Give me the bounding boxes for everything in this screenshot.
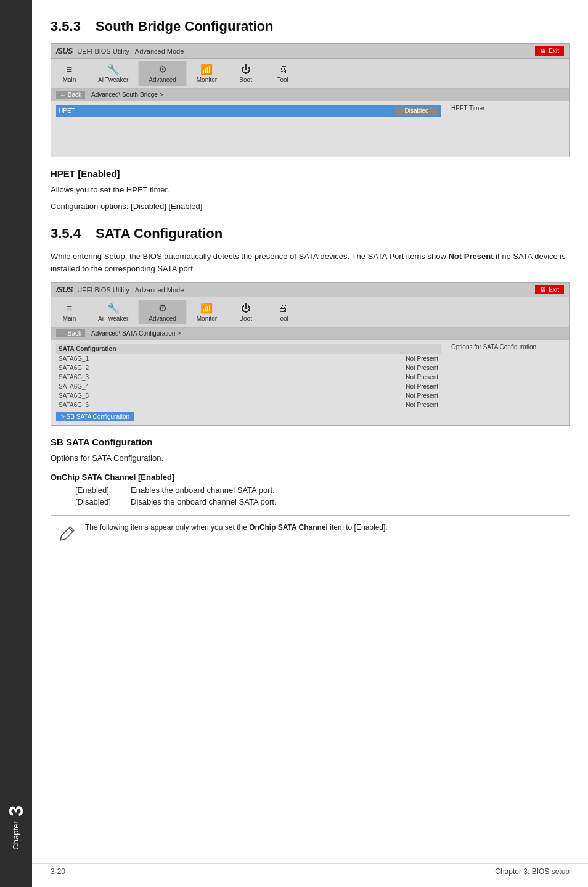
- bios-breadcrumb-354: ← Back Advanced\ SATA Configuration >: [51, 328, 569, 340]
- tool-nav-icon-354: 🖨: [278, 303, 288, 314]
- bios-content-354: SATA Configuration SATA6G_1 Not Present …: [51, 340, 569, 425]
- bios-ui-354: /SUS UEFI BIOS Utility - Advanced Mode 🖥…: [51, 282, 570, 426]
- sata-port-5: SATA6G_5 Not Present: [56, 391, 441, 400]
- bios-title-text-353: UEFI BIOS Utility - Advanced Mode: [77, 47, 184, 55]
- bios-exit-btn-353[interactable]: 🖥 Exit: [535, 46, 564, 56]
- note-box: The following items appear only when you…: [51, 515, 570, 556]
- section-353-heading: 3.5.3 South Bridge Configuration: [51, 19, 570, 35]
- onchip-options: [Enabled] Enables the onboard channel SA…: [75, 485, 570, 506]
- option-disabled: [Disabled] Disables the onboard channel …: [75, 497, 570, 506]
- bios-nav-aitweaker-354[interactable]: 🔧 Ai Tweaker: [88, 300, 139, 324]
- bios-nav-354: ≡ Main 🔧 Ai Tweaker ⚙ Advanced 📶 Monitor…: [51, 297, 569, 328]
- sata-section-header: SATA Configuration: [56, 344, 441, 354]
- sb-sata-config-btn[interactable]: > SB SATA Configuration: [56, 412, 134, 421]
- sata-port-3: SATA6G_3 Not Present: [56, 373, 441, 382]
- section-354-heading: 3.5.4 SATA Configuration: [51, 226, 570, 242]
- sata-port-1: SATA6G_1 Not Present: [56, 354, 441, 363]
- bios-back-btn-354[interactable]: ← Back: [56, 329, 85, 337]
- not-present-bold: Not Present: [449, 252, 494, 261]
- bios-left-panel-353: HPET Disabled: [51, 101, 446, 157]
- page-footer: 3-20 Chapter 3: BIOS setup: [32, 863, 588, 876]
- boot-nav-icon-353: ⏻: [241, 64, 251, 75]
- bios-nav-tool-354[interactable]: 🖨 Tool: [264, 300, 301, 324]
- option-enabled: [Enabled] Enables the onboard channel SA…: [75, 485, 570, 495]
- chapter-label: Chapter 3: [5, 806, 28, 850]
- tool-nav-icon-353: 🖨: [278, 64, 288, 75]
- asus-logo-353: /SUS: [56, 46, 72, 56]
- sb-sata-desc: Options for SATA Configuration.: [51, 452, 570, 465]
- aitweaker-nav-icon-353: 🔧: [107, 64, 120, 75]
- bios-nav-boot-354[interactable]: ⏻ Boot: [227, 300, 264, 324]
- note-bold-onchip: OnChip SATA Channel: [249, 523, 328, 532]
- bios-nav-advanced-353[interactable]: ⚙ Advanced: [139, 61, 186, 86]
- sb-sata-heading: SB SATA Configuration: [51, 437, 570, 447]
- advanced-nav-icon-353: ⚙: [158, 64, 167, 75]
- note-text: The following items appear only when you…: [85, 522, 388, 533]
- bios-nav-tool-353[interactable]: 🖨 Tool: [264, 62, 301, 86]
- sata-port-2: SATA6G_2 Not Present: [56, 363, 441, 373]
- sata-intro: While entering Setup, the BIOS automatic…: [51, 250, 570, 276]
- bios-title-left-353: /SUS UEFI BIOS Utility - Advanced Mode: [56, 46, 184, 56]
- exit-icon-354: 🖥: [540, 286, 546, 293]
- bios-right-panel-353: HPET Timer: [446, 101, 569, 157]
- monitor-nav-icon-353: 📶: [200, 64, 213, 75]
- bios-nav-main-353[interactable]: ≡ Main: [51, 62, 88, 86]
- hpet-heading: HPET [Enabled]: [51, 168, 570, 179]
- sata-port-6: SATA6G_6 Not Present: [56, 400, 441, 410]
- bios-nav-monitor-354[interactable]: 📶 Monitor: [187, 300, 227, 324]
- bios-title-text-354: UEFI BIOS Utility - Advanced Mode: [77, 286, 184, 294]
- chapter-footer-label: Chapter 3: BIOS setup: [495, 867, 570, 876]
- note-pencil-icon: [55, 523, 78, 550]
- page-number: 3-20: [51, 867, 65, 876]
- bios-nav-boot-353[interactable]: ⏻ Boot: [227, 62, 264, 86]
- bios-nav-advanced-354[interactable]: ⚙ Advanced: [139, 300, 186, 324]
- bios-title-left-354: /SUS UEFI BIOS Utility - Advanced Mode: [56, 285, 184, 294]
- chapter-word: Chapter: [11, 822, 20, 850]
- asus-logo-354: /SUS: [56, 285, 72, 294]
- bios-nav-monitor-353[interactable]: 📶 Monitor: [187, 61, 227, 86]
- bios-right-panel-354: Options for SATA Configuration.: [446, 340, 569, 425]
- bios-ui-353: /SUS UEFI BIOS Utility - Advanced Mode 🖥…: [51, 43, 570, 157]
- boot-nav-icon-354: ⏻: [241, 303, 251, 314]
- bios-titlebar-354: /SUS UEFI BIOS Utility - Advanced Mode 🖥…: [51, 283, 569, 297]
- bios-left-panel-354: SATA Configuration SATA6G_1 Not Present …: [51, 340, 446, 425]
- bios-titlebar-353: /SUS UEFI BIOS Utility - Advanced Mode 🖥…: [51, 44, 569, 59]
- chapter-sidebar: Chapter 3: [0, 0, 32, 887]
- bios-breadcrumb-353: ← Back Advanced\ South Bridge >: [51, 89, 569, 101]
- bios-row-hpet[interactable]: HPET Disabled: [56, 105, 441, 117]
- onchip-sata-heading: OnChip SATA Channel [Enabled]: [51, 472, 570, 482]
- monitor-nav-icon-354: 📶: [200, 302, 213, 314]
- bios-nav-main-354[interactable]: ≡ Main: [51, 300, 88, 324]
- sata-port-4: SATA6G_4 Not Present: [56, 382, 441, 391]
- main-nav-icon-353: ≡: [67, 64, 72, 75]
- bios-nav-353: ≡ Main 🔧 Ai Tweaker ⚙ Advanced 📶 Monitor…: [51, 59, 569, 89]
- chapter-number: 3: [5, 806, 27, 817]
- exit-icon-353: 🖥: [540, 47, 546, 54]
- aitweaker-nav-icon-354: 🔧: [107, 302, 120, 314]
- bios-back-btn-353[interactable]: ← Back: [56, 91, 85, 99]
- bios-content-353: HPET Disabled HPET Timer: [51, 101, 569, 157]
- bios-nav-aitweaker-353[interactable]: 🔧 Ai Tweaker: [88, 61, 139, 86]
- bios-exit-btn-354[interactable]: 🖥 Exit: [535, 285, 564, 294]
- main-nav-icon-354: ≡: [67, 303, 72, 314]
- advanced-nav-icon-354: ⚙: [158, 302, 167, 314]
- main-content: 3.5.3 South Bridge Configuration /SUS UE…: [32, 0, 588, 887]
- hpet-desc: Allows you to set the HPET timer. Config…: [51, 184, 570, 213]
